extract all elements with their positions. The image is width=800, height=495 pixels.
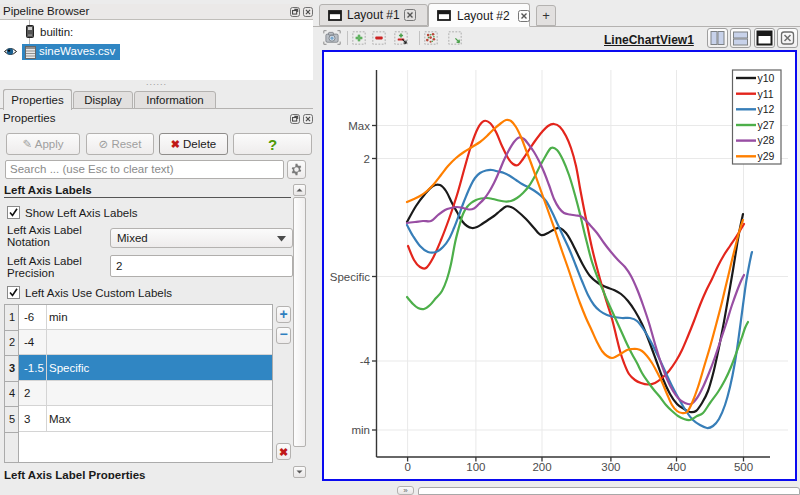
svg-text:y12: y12 [758,103,775,115]
svg-text:Specific: Specific [330,271,371,283]
svg-text:0: 0 [404,461,410,473]
svg-text:Max: Max [348,120,370,132]
svg-text:y10: y10 [758,72,775,84]
svg-text:y11: y11 [758,88,774,100]
svg-text:300: 300 [601,461,620,473]
svg-text:500: 500 [734,461,753,473]
svg-text:400: 400 [667,461,686,473]
svg-text:y29: y29 [758,150,775,162]
svg-text:2: 2 [364,153,370,165]
svg-text:y28: y28 [758,134,775,146]
svg-text:100: 100 [466,461,485,473]
svg-text:-4: -4 [360,355,371,367]
svg-text:200: 200 [532,461,551,473]
svg-text:min: min [351,424,370,436]
svg-text:y27: y27 [758,119,775,131]
